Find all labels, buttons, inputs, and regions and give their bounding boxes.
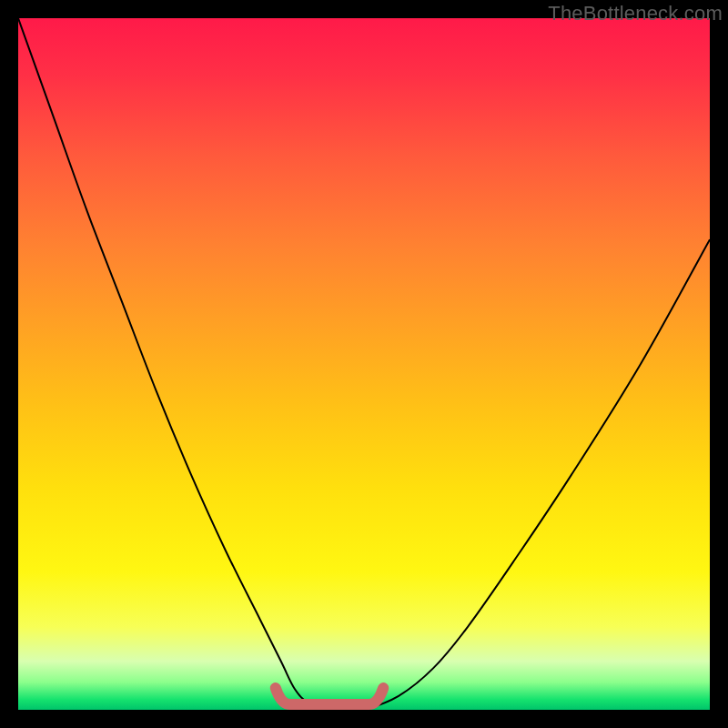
curve-svg <box>18 18 710 710</box>
watermark-label: TheBottleneck.com <box>548 2 723 25</box>
flat-region-marker <box>276 688 383 704</box>
bottleneck-curve <box>18 18 710 710</box>
plot-area <box>18 18 710 710</box>
